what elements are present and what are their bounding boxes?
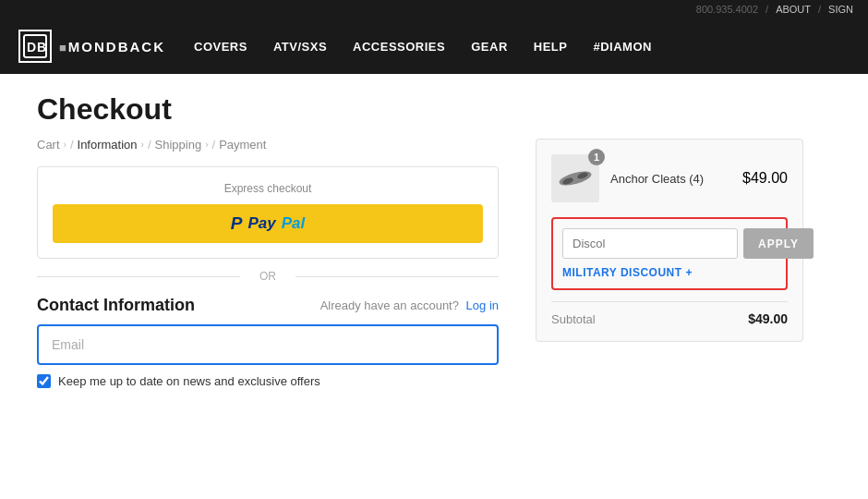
nav-diamond[interactable]: #DIAMON: [593, 40, 651, 54]
nav-covers[interactable]: COVERS: [194, 40, 247, 54]
breadcrumb-shipping[interactable]: Shipping: [155, 138, 202, 152]
newsletter-checkbox[interactable]: [37, 374, 51, 388]
subtotal-row: Subtotal $49.00: [551, 301, 788, 326]
military-discount-link[interactable]: MILITARY DISCOUNT +: [562, 266, 777, 279]
breadcrumb-cart[interactable]: Cart: [37, 138, 60, 152]
paypal-pal: Pal: [282, 214, 306, 233]
page-title: Checkout: [37, 92, 499, 127]
express-checkout-label: Express checkout: [53, 182, 483, 195]
product-price: $49.00: [742, 170, 788, 187]
apply-discount-button[interactable]: APPLY: [743, 228, 814, 259]
chevron-icon-2: ›: [141, 140, 144, 150]
top-bar: 800.935.4002 / ABOUT / SIGN: [0, 0, 868, 18]
nav-help[interactable]: HELP: [534, 40, 568, 54]
subtotal-label: Subtotal: [551, 312, 596, 326]
express-checkout-box: Express checkout P PayPal: [37, 166, 499, 259]
breadcrumb: Cart › / Information › / Shipping › / Pa…: [37, 138, 499, 152]
discount-code-input[interactable]: [562, 228, 738, 259]
product-name: Anchor Cleats (4): [610, 172, 731, 186]
header: DB ■MONDBACK COVERS ATV/SXS ACCESSORIES …: [0, 18, 868, 74]
paypal-text: Pay: [247, 214, 275, 233]
nav-atvsxs[interactable]: ATV/SXS: [273, 40, 327, 54]
discount-input-row: APPLY: [562, 228, 777, 259]
subtotal-value: $49.00: [748, 311, 788, 326]
nav-gear[interactable]: GEAR: [471, 40, 508, 54]
logo[interactable]: DB ■MONDBACK: [18, 30, 166, 63]
chevron-icon-1: ›: [64, 140, 66, 150]
main-nav: COVERS ATV/SXS ACCESSORIES GEAR HELP #DI…: [194, 40, 652, 54]
login-link[interactable]: Log in: [466, 298, 499, 312]
product-info: Anchor Cleats (4): [610, 172, 731, 186]
breadcrumb-payment[interactable]: Payment: [219, 138, 266, 152]
paypal-p-letter: P: [231, 213, 243, 234]
sep2: /: [818, 4, 821, 15]
sign-link[interactable]: SIGN: [828, 4, 853, 15]
nav-accessories[interactable]: ACCESSORIES: [353, 40, 445, 54]
svg-text:DB: DB: [27, 40, 47, 55]
discount-area: APPLY MILITARY DISCOUNT +: [551, 217, 788, 290]
or-divider: OR: [37, 270, 499, 283]
contact-header: Contact Information Already have an acco…: [37, 296, 499, 315]
paypal-button[interactable]: P PayPal: [53, 204, 483, 243]
newsletter-label: Keep me up to date on news and exclusive…: [58, 374, 320, 388]
already-have-account: Already have an account? Log in: [320, 298, 499, 312]
logo-text: ■MONDBACK: [59, 39, 165, 55]
newsletter-row: Keep me up to date on news and exclusive…: [37, 374, 499, 388]
order-summary: 1 Anchor Cleats (4) $49.00: [536, 139, 803, 342]
contact-info-title: Contact Information: [37, 296, 195, 315]
breadcrumb-information[interactable]: Information: [78, 138, 138, 152]
chevron-icon-3: ›: [205, 140, 208, 150]
left-column: Checkout Cart › / Information › / Shippi…: [37, 92, 499, 388]
phone-number: 800.935.4002: [696, 4, 758, 15]
about-link[interactable]: ABOUT: [776, 4, 811, 15]
right-column: 1 Anchor Cleats (4) $49.00: [536, 92, 803, 388]
svg-point-2: [558, 169, 593, 189]
main-content: Checkout Cart › / Information › / Shippi…: [0, 74, 868, 407]
product-row: 1 Anchor Cleats (4) $49.00: [551, 154, 788, 202]
product-quantity-badge: 1: [588, 149, 605, 165]
sep1: /: [766, 4, 768, 15]
logo-icon: DB: [18, 30, 52, 63]
product-image-wrap: 1: [551, 154, 599, 202]
email-input[interactable]: [37, 324, 499, 365]
